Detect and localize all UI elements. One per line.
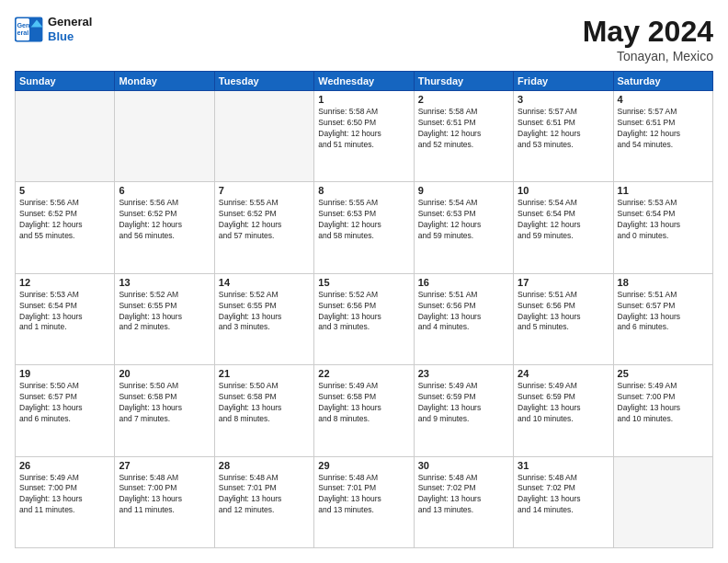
day-number: 21 <box>219 368 310 379</box>
calendar-cell: 8Sunrise: 5:55 AM Sunset: 6:53 PM Daylig… <box>314 182 414 273</box>
calendar-cell: 19Sunrise: 5:50 AM Sunset: 6:57 PM Dayli… <box>16 365 115 456</box>
location-title: Tonayan, Mexico <box>583 49 713 63</box>
week-row-1: 1Sunrise: 5:58 AM Sunset: 6:50 PM Daylig… <box>16 91 713 182</box>
day-info: Sunrise: 5:58 AM Sunset: 6:50 PM Dayligh… <box>318 107 409 151</box>
day-info: Sunrise: 5:58 AM Sunset: 6:51 PM Dayligh… <box>418 107 509 151</box>
day-number: 18 <box>618 277 709 288</box>
day-info: Sunrise: 5:52 AM Sunset: 6:55 PM Dayligh… <box>219 290 310 334</box>
calendar-cell: 26Sunrise: 5:49 AM Sunset: 7:00 PM Dayli… <box>16 456 115 547</box>
day-number: 14 <box>219 277 310 288</box>
day-number: 28 <box>219 460 310 471</box>
month-title: May 2024 <box>583 15 713 49</box>
day-number: 8 <box>318 185 409 196</box>
calendar-cell: 27Sunrise: 5:48 AM Sunset: 7:00 PM Dayli… <box>115 456 214 547</box>
day-number: 4 <box>618 94 709 105</box>
day-number: 7 <box>219 185 310 196</box>
weekday-header-thursday: Thursday <box>414 72 513 91</box>
calendar-cell <box>115 91 214 182</box>
day-info: Sunrise: 5:53 AM Sunset: 6:54 PM Dayligh… <box>19 290 110 334</box>
day-number: 23 <box>418 368 509 379</box>
day-info: Sunrise: 5:51 AM Sunset: 6:57 PM Dayligh… <box>618 290 709 334</box>
day-info: Sunrise: 5:57 AM Sunset: 6:51 PM Dayligh… <box>618 107 709 151</box>
day-info: Sunrise: 5:54 AM Sunset: 6:54 PM Dayligh… <box>518 198 609 242</box>
generalblue-logo-icon: Gen eral <box>15 17 44 42</box>
calendar-cell: 1Sunrise: 5:58 AM Sunset: 6:50 PM Daylig… <box>314 91 414 182</box>
weekday-header-row: SundayMondayTuesdayWednesdayThursdayFrid… <box>16 72 713 91</box>
day-info: Sunrise: 5:57 AM Sunset: 6:51 PM Dayligh… <box>518 107 609 151</box>
day-info: Sunrise: 5:48 AM Sunset: 7:02 PM Dayligh… <box>518 473 609 517</box>
week-row-2: 5Sunrise: 5:56 AM Sunset: 6:52 PM Daylig… <box>16 182 713 273</box>
day-info: Sunrise: 5:50 AM Sunset: 6:58 PM Dayligh… <box>219 381 310 425</box>
day-info: Sunrise: 5:49 AM Sunset: 7:00 PM Dayligh… <box>19 473 110 517</box>
day-info: Sunrise: 5:53 AM Sunset: 6:54 PM Dayligh… <box>618 198 709 242</box>
week-row-4: 19Sunrise: 5:50 AM Sunset: 6:57 PM Dayli… <box>16 365 713 456</box>
day-number: 9 <box>418 185 509 196</box>
day-number: 17 <box>518 277 609 288</box>
calendar-cell: 5Sunrise: 5:56 AM Sunset: 6:52 PM Daylig… <box>16 182 115 273</box>
calendar-cell: 12Sunrise: 5:53 AM Sunset: 6:54 PM Dayli… <box>16 273 115 364</box>
day-number: 26 <box>19 460 110 471</box>
day-info: Sunrise: 5:54 AM Sunset: 6:53 PM Dayligh… <box>418 198 509 242</box>
day-number: 1 <box>318 94 409 105</box>
calendar-cell <box>613 456 712 547</box>
day-number: 20 <box>119 368 210 379</box>
week-row-5: 26Sunrise: 5:49 AM Sunset: 7:00 PM Dayli… <box>16 456 713 547</box>
day-info: Sunrise: 5:56 AM Sunset: 6:52 PM Dayligh… <box>119 198 210 242</box>
day-info: Sunrise: 5:50 AM Sunset: 6:57 PM Dayligh… <box>19 381 110 425</box>
logo-text: General Blue <box>48 15 92 43</box>
calendar-cell: 17Sunrise: 5:51 AM Sunset: 6:56 PM Dayli… <box>514 273 613 364</box>
day-info: Sunrise: 5:49 AM Sunset: 6:58 PM Dayligh… <box>318 381 409 425</box>
day-info: Sunrise: 5:48 AM Sunset: 7:01 PM Dayligh… <box>219 473 310 517</box>
calendar-cell: 2Sunrise: 5:58 AM Sunset: 6:51 PM Daylig… <box>414 91 513 182</box>
calendar-cell: 29Sunrise: 5:48 AM Sunset: 7:01 PM Dayli… <box>314 456 414 547</box>
day-number: 10 <box>518 185 609 196</box>
day-number: 13 <box>119 277 210 288</box>
day-number: 3 <box>518 94 609 105</box>
day-number: 2 <box>418 94 509 105</box>
calendar-cell: 10Sunrise: 5:54 AM Sunset: 6:54 PM Dayli… <box>514 182 613 273</box>
day-info: Sunrise: 5:48 AM Sunset: 7:00 PM Dayligh… <box>119 473 210 517</box>
header: Gen eral General Blue May 2024 Tonayan, … <box>15 15 713 63</box>
day-info: Sunrise: 5:50 AM Sunset: 6:58 PM Dayligh… <box>119 381 210 425</box>
calendar-cell <box>16 91 115 182</box>
week-row-3: 12Sunrise: 5:53 AM Sunset: 6:54 PM Dayli… <box>16 273 713 364</box>
calendar-cell: 11Sunrise: 5:53 AM Sunset: 6:54 PM Dayli… <box>613 182 712 273</box>
day-number: 11 <box>618 185 709 196</box>
calendar-cell: 3Sunrise: 5:57 AM Sunset: 6:51 PM Daylig… <box>514 91 613 182</box>
day-number: 16 <box>418 277 509 288</box>
calendar-cell: 6Sunrise: 5:56 AM Sunset: 6:52 PM Daylig… <box>115 182 214 273</box>
day-number: 30 <box>418 460 509 471</box>
weekday-header-tuesday: Tuesday <box>214 72 313 91</box>
day-number: 5 <box>19 185 110 196</box>
calendar-cell: 4Sunrise: 5:57 AM Sunset: 6:51 PM Daylig… <box>613 91 712 182</box>
calendar-cell: 16Sunrise: 5:51 AM Sunset: 6:56 PM Dayli… <box>414 273 513 364</box>
day-info: Sunrise: 5:49 AM Sunset: 7:00 PM Dayligh… <box>618 381 709 425</box>
day-number: 6 <box>119 185 210 196</box>
day-number: 24 <box>518 368 609 379</box>
calendar-cell: 25Sunrise: 5:49 AM Sunset: 7:00 PM Dayli… <box>613 365 712 456</box>
calendar-cell: 15Sunrise: 5:52 AM Sunset: 6:56 PM Dayli… <box>314 273 414 364</box>
day-info: Sunrise: 5:51 AM Sunset: 6:56 PM Dayligh… <box>418 290 509 334</box>
day-number: 31 <box>518 460 609 471</box>
calendar-cell: 9Sunrise: 5:54 AM Sunset: 6:53 PM Daylig… <box>414 182 513 273</box>
day-info: Sunrise: 5:48 AM Sunset: 7:01 PM Dayligh… <box>318 473 409 517</box>
calendar-cell <box>214 91 313 182</box>
calendar-cell: 31Sunrise: 5:48 AM Sunset: 7:02 PM Dayli… <box>514 456 613 547</box>
calendar-cell: 23Sunrise: 5:49 AM Sunset: 6:59 PM Dayli… <box>414 365 513 456</box>
day-number: 15 <box>318 277 409 288</box>
day-info: Sunrise: 5:48 AM Sunset: 7:02 PM Dayligh… <box>418 473 509 517</box>
logo: Gen eral General Blue <box>15 15 92 43</box>
weekday-header-wednesday: Wednesday <box>314 72 414 91</box>
day-info: Sunrise: 5:56 AM Sunset: 6:52 PM Dayligh… <box>19 198 110 242</box>
day-info: Sunrise: 5:55 AM Sunset: 6:52 PM Dayligh… <box>219 198 310 242</box>
weekday-header-sunday: Sunday <box>16 72 115 91</box>
day-number: 25 <box>618 368 709 379</box>
day-number: 29 <box>318 460 409 471</box>
title-block: May 2024 Tonayan, Mexico <box>583 15 713 63</box>
calendar-cell: 28Sunrise: 5:48 AM Sunset: 7:01 PM Dayli… <box>214 456 313 547</box>
calendar-cell: 21Sunrise: 5:50 AM Sunset: 6:58 PM Dayli… <box>214 365 313 456</box>
calendar-cell: 20Sunrise: 5:50 AM Sunset: 6:58 PM Dayli… <box>115 365 214 456</box>
calendar-cell: 22Sunrise: 5:49 AM Sunset: 6:58 PM Dayli… <box>314 365 414 456</box>
day-number: 22 <box>318 368 409 379</box>
day-info: Sunrise: 5:52 AM Sunset: 6:56 PM Dayligh… <box>318 290 409 334</box>
